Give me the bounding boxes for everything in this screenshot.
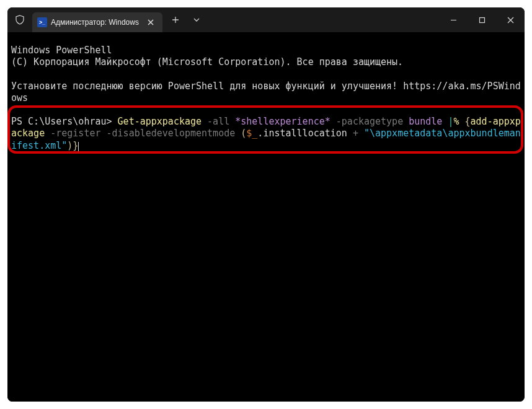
text-cursor — [78, 142, 79, 151]
cmd-token: % — [453, 116, 464, 127]
minimize-button[interactable] — [439, 7, 468, 32]
cmd-token: } — [73, 140, 78, 151]
cmd-token: -all — [202, 116, 235, 127]
tab-powershell-admin[interactable]: >_ Администратор: Windows Pc — [32, 12, 162, 32]
cmd-token: { — [465, 116, 471, 127]
close-window-button[interactable] — [496, 7, 525, 32]
prompt: PS C:\Users\ohrau> — [11, 116, 118, 127]
powershell-icon: >_ — [37, 17, 47, 27]
terminal-body[interactable]: Windows PowerShell (C) Корпорация Майкро… — [7, 32, 525, 402]
titlebar: >_ Администратор: Windows Pc — [7, 7, 525, 32]
shield-icon — [7, 7, 32, 32]
tab-actions — [165, 7, 207, 32]
tab-close-button[interactable] — [145, 17, 156, 28]
tab-title: Администратор: Windows Pc — [51, 18, 141, 27]
window-controls — [439, 7, 525, 32]
tab-dropdown-button[interactable] — [186, 7, 207, 32]
cmd-token: $_ — [246, 128, 257, 139]
output-line: Установите последнюю версию PowerShell д… — [11, 81, 521, 103]
output-line: Windows PowerShell — [11, 45, 112, 56]
cmd-token: bundle — [409, 116, 448, 127]
cmd-token: *shellexperience* — [235, 116, 330, 127]
cmd-token: Get-appxpackage — [118, 116, 202, 127]
new-tab-button[interactable] — [165, 7, 186, 32]
cmd-token: ( — [241, 128, 246, 139]
cmd-token: .installlocation — [257, 128, 353, 139]
terminal-window: >_ Администратор: Windows Pc — [7, 7, 525, 402]
cmd-token: ) — [67, 140, 73, 151]
cmd-token: + — [353, 128, 364, 139]
output-line: (C) Корпорация Майкрософт (Microsoft Cor… — [11, 56, 403, 68]
maximize-button[interactable] — [468, 7, 496, 32]
terminal-output: Windows PowerShell (C) Корпорация Майкро… — [7, 32, 525, 156]
svg-rect-5 — [479, 17, 484, 22]
cmd-token: -register -disabledevelopmentmode — [45, 128, 241, 139]
cmd-token: -packagetype — [330, 116, 409, 127]
